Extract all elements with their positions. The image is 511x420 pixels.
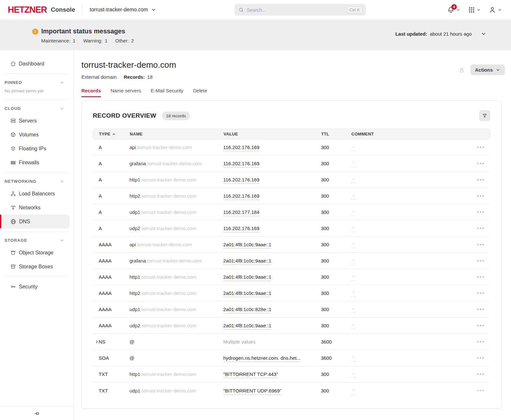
- row-menu-button[interactable]: [475, 339, 486, 344]
- record-value[interactable]: Multiple values: [223, 339, 255, 345]
- row-menu-button[interactable]: [475, 323, 486, 328]
- column-ttl[interactable]: TTL: [321, 132, 351, 136]
- column-value[interactable]: VALUE: [224, 132, 321, 136]
- row-menu-button[interactable]: [475, 226, 486, 231]
- sidebar-section-networking[interactable]: NETWORKING: [0, 176, 73, 187]
- sidebar-section-pinned[interactable]: PINNED: [0, 77, 73, 88]
- banner-expand-chevron-icon[interactable]: [481, 31, 486, 37]
- table-row[interactable]: A udp1.torrust-tracker-demo.com 116.202.…: [93, 204, 490, 220]
- row-menu-button[interactable]: [475, 177, 486, 182]
- tab-records[interactable]: Records: [81, 88, 101, 97]
- apps-menu-button[interactable]: [468, 6, 481, 13]
- record-value[interactable]: "BITTORRENT TCP:443": [223, 371, 278, 378]
- record-comment[interactable]: -: [351, 209, 356, 216]
- column-name[interactable]: NAME: [130, 132, 224, 136]
- search-input[interactable]: [247, 7, 344, 13]
- expand-chevron-icon[interactable]: [95, 340, 99, 344]
- sidebar-item-volumes[interactable]: Volumes: [0, 128, 70, 142]
- filter-button[interactable]: [479, 110, 490, 121]
- record-comment[interactable]: -: [351, 387, 356, 394]
- record-value[interactable]: 2a01:4f8:1c0c:828e::1: [223, 307, 271, 313]
- domain-selector[interactable]: torrust-tracker-demo.com: [90, 7, 156, 13]
- row-menu-button[interactable]: [475, 258, 486, 263]
- sidebar-section-cloud[interactable]: CLOUD: [0, 103, 73, 114]
- table-row[interactable]: TXT http1.torrust-tracker-demo.com "BITT…: [93, 366, 490, 382]
- sidebar-pin-button[interactable]: [34, 411, 40, 416]
- record-value[interactable]: "BITTORRENT UDP:6969": [223, 388, 281, 395]
- record-comment[interactable]: -: [351, 290, 356, 297]
- record-value[interactable]: 116.202.176.169: [223, 177, 260, 184]
- record-value[interactable]: hydrogen.ns.hetzner.com. dns.het...: [223, 355, 300, 362]
- sidebar-item-floating-ips[interactable]: Floating IPs: [0, 142, 70, 156]
- row-menu-button[interactable]: [475, 193, 486, 199]
- table-row[interactable]: A http1.torrust-tracker-demo.com 116.202…: [93, 172, 490, 188]
- row-menu-button[interactable]: [475, 145, 486, 150]
- record-value[interactable]: 2a01:4f8:1c0c:9aae::1: [223, 323, 271, 330]
- sidebar-item-servers[interactable]: Servers: [0, 114, 70, 128]
- tab-delete[interactable]: Delete: [193, 88, 207, 97]
- row-menu-button[interactable]: [475, 274, 486, 280]
- record-value[interactable]: 2a01:4f8:1c0c:9aae::1: [223, 258, 271, 265]
- table-row[interactable]: AAAA udp1.torrust-tracker-demo.com 2a01:…: [93, 301, 490, 318]
- record-comment[interactable]: -: [351, 241, 356, 248]
- row-menu-button[interactable]: [475, 209, 486, 215]
- record-comment[interactable]: -: [351, 225, 356, 232]
- actions-button[interactable]: Actions: [470, 64, 505, 75]
- table-row[interactable]: AAAA http2.torrust-tracker-demo.com 2a01…: [93, 285, 490, 301]
- table-row[interactable]: TXT udp1.torrust-tracker-demo.com "BITTO…: [93, 382, 490, 399]
- tabs: Records Name servers E-Mail Security Del…: [81, 88, 502, 97]
- row-menu-button[interactable]: [475, 307, 486, 312]
- table-row[interactable]: AAAA udp2.torrust-tracker-demo.com 2a01:…: [93, 318, 490, 334]
- table-row[interactable]: A api.torrust-tracker-demo.com 116.202.1…: [93, 139, 490, 156]
- sidebar-item-load-balancers[interactable]: Load Balancers: [0, 187, 70, 201]
- search-bar[interactable]: Ctrl K: [235, 4, 366, 16]
- record-comment[interactable]: -: [351, 371, 356, 378]
- row-menu-button[interactable]: [475, 355, 486, 361]
- row-menu-button[interactable]: [475, 371, 486, 377]
- sidebar-item-dashboard[interactable]: Dashboard: [0, 57, 70, 71]
- account-menu-button[interactable]: [489, 6, 502, 14]
- sidebar-item-storage-boxes[interactable]: Storage Boxes: [0, 260, 70, 274]
- sidebar-item-dns[interactable]: DNS: [0, 215, 70, 228]
- sidebar-item-security[interactable]: Security: [0, 280, 70, 294]
- sidebar-item-networks[interactable]: Networks: [0, 201, 70, 215]
- record-comment[interactable]: -: [351, 257, 356, 264]
- tab-name-servers[interactable]: Name servers: [111, 88, 141, 97]
- hetzner-logo[interactable]: HETZNER: [8, 5, 47, 15]
- sidebar-item-firewalls[interactable]: Firewalls: [0, 156, 70, 169]
- table-row[interactable]: AAAA grafana.torrust-tracker-demo.com 2a…: [93, 253, 490, 269]
- record-value[interactable]: 116.202.176.169: [223, 193, 260, 200]
- record-value[interactable]: 116.202.176.169: [223, 226, 260, 232]
- table-row[interactable]: NS @ Multiple values 3600: [93, 334, 490, 350]
- record-comment[interactable]: -: [351, 160, 356, 167]
- table-row[interactable]: A grafana.torrust-tracker-demo.com 116.2…: [93, 156, 490, 172]
- table-row[interactable]: A udp2.torrust-tracker-demo.com 116.202.…: [93, 220, 490, 237]
- sidebar-section-storage[interactable]: STORAGE: [0, 235, 73, 246]
- record-value[interactable]: 2a01:4f8:1c0c:9aae::1: [223, 290, 271, 297]
- record-comment[interactable]: -: [351, 274, 356, 281]
- record-comment[interactable]: -: [351, 192, 356, 200]
- row-menu-button[interactable]: [475, 242, 486, 247]
- row-menu-button[interactable]: [475, 290, 486, 296]
- record-comment[interactable]: -: [351, 355, 356, 362]
- row-menu-button[interactable]: [475, 161, 486, 166]
- record-value[interactable]: 2a01:4f8:1c0c:9aae::1: [223, 274, 271, 281]
- table-row[interactable]: AAAA api.torrust-tracker-demo.com 2a01:4…: [93, 237, 490, 253]
- row-menu-button[interactable]: [475, 388, 486, 393]
- record-value[interactable]: 116.202.176.169: [223, 145, 260, 151]
- sidebar-item-object-storage[interactable]: Object Storage: [0, 246, 70, 260]
- record-comment[interactable]: -: [351, 306, 356, 313]
- record-comment[interactable]: -: [351, 176, 356, 183]
- record-comment[interactable]: -: [351, 322, 356, 329]
- table-row[interactable]: AAAA http1.torrust-tracker-demo.com 2a01…: [93, 269, 490, 285]
- record-value[interactable]: 116.202.176.169: [223, 161, 260, 168]
- tab-email-security[interactable]: E-Mail Security: [151, 88, 183, 97]
- table-row[interactable]: SOA @ hydrogen.ns.hetzner.com. dns.het..…: [93, 350, 490, 366]
- notifications-button[interactable]: 4: [447, 6, 460, 14]
- column-type[interactable]: TYPE: [99, 132, 130, 136]
- record-comment[interactable]: -: [351, 144, 356, 151]
- column-comment[interactable]: COMMENT: [351, 132, 470, 136]
- table-row[interactable]: A http2.torrust-tracker-demo.com 116.202…: [93, 188, 490, 204]
- record-value[interactable]: 116.202.177.184: [223, 209, 260, 216]
- record-value[interactable]: 2a01:4f8:1c0c:9aae::1: [223, 242, 271, 249]
